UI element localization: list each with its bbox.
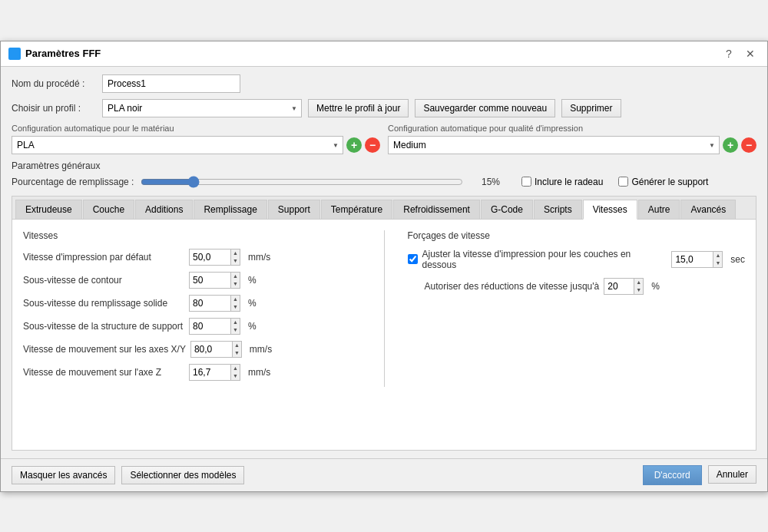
adjust-spin-up[interactable]: ▲ (713, 252, 722, 259)
accord-button[interactable]: D'accord (643, 465, 702, 485)
add-quality-button[interactable]: + (723, 137, 738, 153)
profile-select[interactable]: PLA noir (102, 99, 302, 117)
profile-row: Choisir un profil : PLA noir Mettre le p… (12, 99, 756, 117)
spin-down-1[interactable]: ▼ (231, 280, 240, 288)
reductions-row: Autoriser des réductions de vitesse jusq… (425, 278, 746, 295)
fill-label: Pourcentage de remplissage : (12, 177, 134, 187)
add-material-button[interactable]: + (346, 137, 362, 153)
unit-5: mm/s (248, 367, 270, 378)
unit-3: % (248, 321, 257, 332)
spin-input-3[interactable] (189, 318, 231, 335)
bottom-bar-right: D'accord Annuler (643, 465, 756, 485)
spin-btns-3: ▲ ▼ (231, 318, 240, 335)
tab-gcode[interactable]: G-Code (481, 200, 533, 219)
spin-up-3[interactable]: ▲ (231, 319, 240, 326)
material-config-row: PLA + − (12, 136, 380, 154)
spin-up-2[interactable]: ▲ (231, 296, 240, 303)
adjust-checkbox[interactable] (408, 254, 418, 264)
title-bar-left: Paramètres FFF (8, 48, 101, 60)
title-bar: Paramètres FFF ? ✕ (1, 41, 767, 67)
spin-up-5[interactable]: ▲ (231, 365, 240, 372)
speeds-title: Vitesses (23, 230, 361, 241)
spin-input-5[interactable] (189, 364, 231, 381)
tab-support[interactable]: Support (268, 200, 320, 219)
spin-btns-0: ▲ ▼ (231, 249, 240, 266)
spin-wrapper-2: ▲ ▼ (189, 295, 240, 312)
spin-wrapper-5: ▲ ▼ (189, 364, 240, 381)
adjust-spin-down[interactable]: ▼ (713, 259, 722, 267)
reductions-label: Autoriser des réductions de vitesse jusq… (425, 281, 600, 292)
profile-label: Choisir un profil : (12, 103, 96, 114)
help-button[interactable]: ? (720, 46, 738, 61)
spin-down-3[interactable]: ▼ (231, 326, 240, 334)
support-checkbox-label[interactable]: Générer le support (618, 177, 708, 187)
tab-remplissage[interactable]: Remplissage (194, 200, 266, 219)
quality-select[interactable]: Medium (388, 136, 720, 154)
material-select[interactable]: PLA (12, 136, 343, 154)
material-select-wrapper: PLA (12, 136, 343, 154)
spin-down-5[interactable]: ▼ (231, 372, 240, 380)
reductions-spin-down[interactable]: ▼ (634, 286, 643, 294)
bottom-bar: Masquer les avancés Sélectionner des mod… (1, 458, 767, 491)
remove-material-button[interactable]: − (365, 137, 380, 153)
quality-config-label: Configuration automatique pour qualité d… (388, 124, 756, 133)
adjust-label: Ajuster la vitesse d'impression pour les… (422, 249, 667, 270)
remove-quality-button[interactable]: − (741, 137, 756, 153)
spin-wrapper-0: ▲ ▼ (189, 249, 240, 266)
material-config-group: Configuration automatique pour le matéri… (12, 124, 380, 154)
spin-up-1[interactable]: ▲ (231, 273, 240, 280)
masquer-button[interactable]: Masquer les avancés (12, 466, 115, 484)
unit-0: mm/s (248, 252, 270, 263)
spin-btns-1: ▲ ▼ (231, 272, 240, 289)
tab-vitesses[interactable]: Vitesses (583, 200, 637, 220)
param-label-1: Sous-vitesse de contour (23, 275, 184, 286)
spin-up-4[interactable]: ▲ (233, 342, 241, 349)
general-section: Paramètres généraux Pourcentage de rempl… (12, 160, 756, 188)
reductions-input[interactable] (604, 278, 634, 295)
fill-slider[interactable] (141, 176, 463, 188)
radeau-checkbox[interactable] (521, 177, 531, 187)
param-row-3: Sous-vitesse de la structure de support … (23, 318, 361, 335)
spin-input-2[interactable] (189, 295, 231, 312)
reductions-spin-wrapper: ▲ ▼ (604, 278, 644, 295)
quality-select-wrapper: Medium (388, 136, 720, 154)
radeau-checkbox-label[interactable]: Inclure le radeau (521, 177, 603, 187)
unit-2: % (248, 298, 257, 309)
spin-input-4[interactable] (190, 341, 233, 358)
spin-down-2[interactable]: ▼ (231, 303, 240, 311)
param-label-3: Sous-vitesse de la structure de support (23, 321, 184, 332)
annuler-button[interactable]: Annuler (708, 465, 756, 484)
process-input[interactable] (102, 74, 240, 93)
spin-btns-4: ▲ ▼ (233, 341, 242, 358)
spin-input-0[interactable] (189, 249, 231, 266)
tab-avances[interactable]: Avancés (680, 200, 736, 219)
reductions-spin-up[interactable]: ▲ (634, 279, 643, 286)
tab-refroidissement[interactable]: Refroidissement (393, 200, 480, 219)
update-profile-button[interactable]: Mettre le profil à jour (308, 99, 409, 117)
adjust-input[interactable] (671, 251, 713, 268)
tab-scripts[interactable]: Scripts (534, 200, 582, 219)
adjust-spin-btns: ▲ ▼ (713, 251, 723, 268)
spin-down-4[interactable]: ▼ (233, 349, 241, 357)
close-button[interactable]: ✕ (741, 46, 760, 61)
selectionner-button[interactable]: Sélectionner des modèles (121, 466, 244, 484)
param-row-0: Vitesse d'impression par défaut ▲ ▼ mm/s (23, 249, 361, 266)
spin-down-0[interactable]: ▼ (231, 257, 240, 265)
tab-autre[interactable]: Autre (638, 200, 680, 219)
param-label-2: Sous-vitesse du remplissage solide (23, 298, 184, 309)
save-new-button[interactable]: Sauvegarder comme nouveau (415, 99, 555, 117)
tab-temperature[interactable]: Température (321, 200, 392, 219)
spin-wrapper-4: ▲ ▼ (190, 341, 242, 358)
tab-content-inner: Vitesses Vitesse d'impression par défaut… (23, 230, 745, 387)
param-row-2: Sous-vitesse du remplissage solide ▲ ▼ % (23, 295, 361, 312)
param-row-4: Vitesse de mouvement sur les axes X/Y ▲ … (23, 341, 361, 358)
support-checkbox[interactable] (618, 177, 628, 187)
spin-input-1[interactable] (189, 272, 231, 289)
tab-couche[interactable]: Couche (83, 200, 134, 219)
speeds-section: Vitesses Vitesse d'impression par défaut… (23, 230, 361, 387)
tab-additions[interactable]: Additions (135, 200, 193, 219)
tab-extrudeuse[interactable]: Extrudeuse (15, 200, 82, 219)
delete-button[interactable]: Supprimer (561, 99, 621, 117)
spin-up-0[interactable]: ▲ (231, 249, 240, 257)
unit-4: mm/s (250, 344, 272, 355)
